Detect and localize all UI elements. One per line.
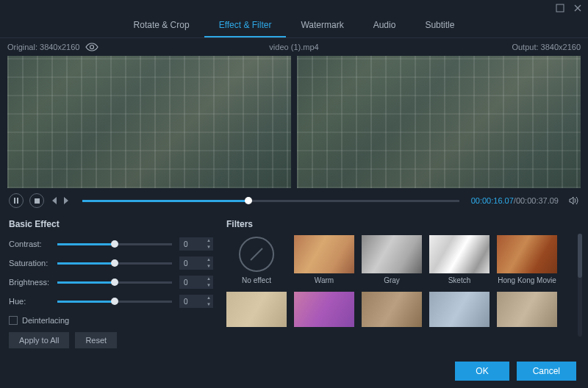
saturation-label: Saturation: [9, 259, 57, 267]
basic-effect-panel: Basic Effect Contrast: 0 ▲▼ Saturation: … [9, 219, 213, 354]
hue-spinner[interactable]: 0 ▲▼ [179, 295, 213, 308]
saturation-up[interactable]: ▲ [204, 256, 213, 263]
info-bar: Original: 3840x2160 video (1).mp4 Output… [0, 38, 588, 56]
brightness-up[interactable]: ▲ [204, 276, 213, 282]
svg-rect-4 [35, 198, 40, 204]
svg-rect-0 [556, 4, 564, 12]
prev-frame-icon[interactable] [50, 197, 57, 204]
eye-icon[interactable] [85, 43, 98, 51]
saturation-down[interactable]: ▼ [204, 263, 213, 270]
svg-rect-2 [14, 198, 15, 204]
preview-output [297, 56, 581, 188]
svg-line-5 [251, 248, 262, 260]
deinterlacing-checkbox[interactable] [9, 316, 18, 325]
preview-row [0, 56, 588, 188]
saturation-spinner[interactable]: 0 ▲▼ [179, 256, 213, 270]
brightness-slider[interactable] [57, 281, 172, 284]
stop-button[interactable] [29, 193, 44, 208]
hue-slider[interactable] [57, 301, 172, 303]
filters-title: Filters [226, 219, 579, 229]
brightness-spinner[interactable]: 0 ▲▼ [179, 276, 213, 289]
minimize-button[interactable] [554, 2, 566, 14]
filter-row2-2[interactable] [294, 292, 354, 327]
filter-warm[interactable] [294, 235, 354, 273]
brightness-down[interactable]: ▼ [204, 282, 213, 289]
time-total: 00:00:37.09 [516, 196, 559, 205]
titlebar [0, 0, 588, 16]
filter-hong-kong-movie[interactable] [497, 235, 557, 273]
contrast-spinner[interactable]: 0 ▲▼ [179, 237, 213, 251]
filters-scrollbar[interactable] [578, 234, 582, 337]
basic-effect-title: Basic Effect [9, 219, 213, 229]
filename-label: video (1).mp4 [269, 43, 318, 51]
pause-button[interactable] [9, 193, 24, 208]
filter-warm-label: Warm [294, 276, 354, 284]
deinterlacing-label: Deinterlacing [22, 316, 69, 325]
svg-rect-3 [17, 198, 18, 204]
svg-point-1 [90, 46, 94, 49]
filter-no-effect-label: No effect [226, 276, 287, 284]
filter-hk-label: Hong Kong Movie [497, 276, 557, 284]
tab-effect-filter[interactable]: Effect & Filter [204, 16, 287, 37]
cancel-button[interactable]: Cancel [517, 362, 576, 381]
saturation-slider[interactable] [57, 262, 172, 265]
filter-row2-4[interactable] [429, 292, 490, 327]
footer: OK Cancel [455, 362, 576, 381]
tab-audio[interactable]: Audio [359, 16, 411, 37]
contrast-up[interactable]: ▲ [204, 237, 213, 244]
filter-sketch[interactable] [429, 235, 490, 273]
contrast-value: 0 [179, 240, 204, 248]
filter-row2-5[interactable] [497, 292, 557, 327]
time-current: 00:00:16.07 [471, 196, 514, 205]
timeline-slider[interactable] [82, 200, 459, 202]
brightness-value: 0 [179, 279, 204, 287]
filter-no-effect[interactable] [239, 237, 274, 272]
hue-label: Hue: [9, 297, 57, 306]
tab-subtitle[interactable]: Subtitle [410, 16, 469, 37]
tab-rotate-crop[interactable]: Rotate & Crop [119, 16, 204, 37]
apply-to-all-button[interactable]: Apply to All [9, 332, 69, 348]
contrast-down[interactable]: ▼ [204, 244, 213, 251]
tabs: Rotate & Crop Effect & Filter Watermark … [0, 16, 588, 38]
filter-gray-label: Gray [362, 276, 422, 284]
preview-original [7, 56, 291, 188]
playback-bar: 00:00:16.07/00:00:37.09 [0, 188, 588, 213]
hue-down[interactable]: ▼ [204, 301, 213, 308]
filter-sketch-label: Sketch [429, 276, 490, 284]
filters-panel: Filters No effect Warm Gray Sketch [226, 219, 579, 354]
contrast-label: Contrast: [9, 240, 57, 248]
hue-up[interactable]: ▲ [204, 295, 213, 301]
hue-value: 0 [179, 298, 204, 306]
saturation-value: 0 [179, 259, 204, 267]
filter-row2-3[interactable] [362, 292, 422, 327]
brightness-label: Brightness: [9, 278, 57, 287]
time-display: 00:00:16.07/00:00:37.09 [471, 196, 559, 205]
output-resolution: Output: 3840x2160 [512, 43, 581, 51]
contrast-slider[interactable] [57, 243, 172, 245]
original-resolution: Original: 3840x2160 [7, 43, 79, 51]
volume-icon[interactable] [569, 196, 579, 205]
ok-button[interactable]: OK [455, 362, 509, 381]
close-button[interactable] [572, 2, 584, 14]
reset-button[interactable]: Reset [75, 332, 117, 348]
tab-watermark[interactable]: Watermark [286, 16, 358, 37]
next-frame-icon[interactable] [63, 197, 71, 204]
filter-gray[interactable] [362, 235, 422, 273]
filter-row2-1[interactable] [226, 292, 287, 327]
